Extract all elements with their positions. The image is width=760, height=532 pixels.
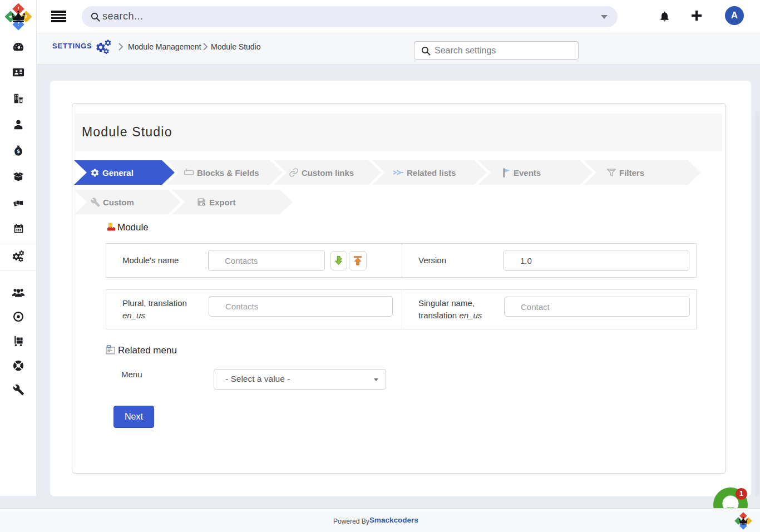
next-button[interactable]: Next (113, 406, 154, 428)
breadcrumb-module-management[interactable]: Module Management (128, 42, 201, 51)
wrench-icon (13, 384, 24, 396)
organization-building-icon (12, 92, 24, 105)
tab-export[interactable]: Export (172, 190, 293, 214)
upload-translation-button[interactable] (349, 251, 367, 270)
tab-label: Custom links (302, 168, 354, 178)
field-box-icon (184, 168, 194, 177)
chat-unread-badge: 1 (736, 488, 747, 500)
app-root: search... A SETTINGS Module Management M… (0, 0, 760, 532)
svg-text:$: $ (17, 149, 20, 154)
breadcrumb-chevron-icon (203, 42, 208, 51)
sidebar-item-contacts[interactable] (0, 61, 37, 83)
footer: Powered By Smackcoders (0, 508, 760, 532)
sidebar-item-inventory[interactable] (0, 330, 37, 352)
menu-label: Menu (121, 370, 142, 379)
brand-logo-icon (4, 3, 32, 31)
module-name-input[interactable] (208, 250, 325, 271)
module-name-row: Module's name Version (106, 243, 697, 278)
related-menu-heading: Related menu (118, 345, 177, 356)
user-avatar[interactable]: A (725, 6, 744, 25)
settings-gears-icon[interactable] (95, 38, 113, 56)
breadcrumb-settings-link[interactable]: SETTINGS (52, 42, 92, 50)
hand-truck-icon (12, 335, 24, 347)
settings-search-input[interactable] (435, 42, 574, 58)
sidebar-item-dashboard[interactable] (0, 36, 37, 58)
search-scope-caret-icon[interactable] (601, 15, 608, 19)
notifications-bell-icon[interactable] (659, 10, 670, 23)
tab-custom[interactable]: Custom (74, 190, 181, 214)
funnel-icon (606, 168, 616, 178)
module-brick-icon (107, 223, 115, 231)
sidebar-item-leads[interactable] (0, 114, 37, 136)
tab-label: Export (209, 198, 236, 207)
tab-general[interactable]: General (74, 160, 175, 185)
sidebar-item-tickets[interactable] (0, 191, 37, 214)
money-bag-icon: $ (12, 145, 24, 157)
plural-input[interactable] (209, 296, 393, 317)
select-caret-icon (374, 378, 378, 381)
sidebar-divider (0, 270, 37, 271)
sidebar-item-opportunities[interactable]: $ (0, 140, 37, 162)
dashboard-gauge-icon (12, 41, 24, 53)
module-name-cell: Module's name (106, 244, 402, 277)
sidebar-item-users[interactable] (0, 281, 37, 303)
tab-blocks-fields[interactable]: Blocks & Fields (166, 160, 283, 185)
top-bar: search... A (0, 0, 760, 33)
global-search[interactable]: search... (82, 6, 618, 27)
sidebar-item-settings[interactable] (0, 245, 37, 268)
menu-toggle-icon[interactable] (51, 11, 66, 23)
search-icon (421, 46, 431, 56)
sidebar-nav: $ (0, 33, 37, 496)
tab-custom-links[interactable]: Custom links (274, 160, 381, 185)
menu-select[interactable]: - Select a value - (214, 369, 386, 390)
app-logo[interactable] (0, 0, 37, 33)
version-cell: Version (402, 244, 697, 277)
singular-input[interactable] (504, 297, 690, 317)
settings-search-box[interactable] (414, 41, 579, 60)
version-input[interactable] (504, 250, 689, 271)
tab-label: Related lists (407, 168, 456, 178)
breadcrumb-chevron-icon (118, 42, 124, 51)
smackcoders-link[interactable]: Smackcoders (369, 516, 418, 524)
footer-brand-logo-icon (734, 512, 752, 530)
calendar-icon (13, 223, 24, 235)
page-title: Module Studio (82, 125, 172, 140)
page-scrollbar[interactable] (755, 111, 759, 496)
quick-add-plus-icon[interactable] (691, 10, 702, 21)
sidebar-item-tools[interactable] (0, 378, 37, 401)
sidebar-item-support[interactable] (0, 354, 37, 377)
tab-label: Filters (619, 168, 644, 178)
content-panel: Module Studio General Blocks & Fields Cu… (50, 81, 751, 496)
sidebar-item-calendar[interactable] (0, 218, 37, 240)
related-menu-icon (106, 345, 115, 354)
module-studio-card: Module Studio General Blocks & Fields Cu… (72, 103, 726, 474)
sidebar-item-products[interactable] (0, 165, 37, 188)
related-arrows-icon (393, 169, 404, 176)
orange-upload-arrow-icon (353, 255, 363, 266)
settings-cogs-icon (12, 250, 25, 263)
tab-events[interactable]: Events (478, 160, 593, 185)
module-section-heading: Module (117, 222, 149, 233)
module-name-label: Module's name (122, 254, 203, 267)
powered-by-label: Powered By (333, 518, 369, 525)
tab-label: Events (514, 168, 541, 178)
tab-label: Blocks & Fields (197, 168, 259, 178)
life-ring-icon (12, 359, 24, 372)
plural-cell: Plural, translation en_us (106, 290, 402, 329)
plural-label: Plural, translation en_us (122, 297, 203, 322)
link-icon (289, 168, 299, 178)
wrench-icon (91, 198, 100, 207)
global-search-placeholder: search... (102, 11, 144, 22)
contact-card-icon (12, 66, 24, 78)
download-translation-button[interactable] (330, 251, 347, 270)
singular-label: Singular name, translation en_us (418, 297, 499, 322)
tab-filters[interactable]: Filters (584, 160, 701, 185)
version-label: Version (418, 254, 499, 267)
singular-cell: Singular name, translation en_us (402, 290, 697, 329)
translation-row: Plural, translation en_us Singular name,… (106, 289, 697, 329)
sidebar-item-organizations[interactable] (0, 87, 37, 110)
sidebar-item-targets[interactable] (0, 306, 37, 328)
green-download-arrow-icon (334, 255, 344, 266)
tab-related-lists[interactable]: Related lists (372, 160, 487, 185)
breadcrumb-module-studio: Module Studio (211, 42, 261, 51)
